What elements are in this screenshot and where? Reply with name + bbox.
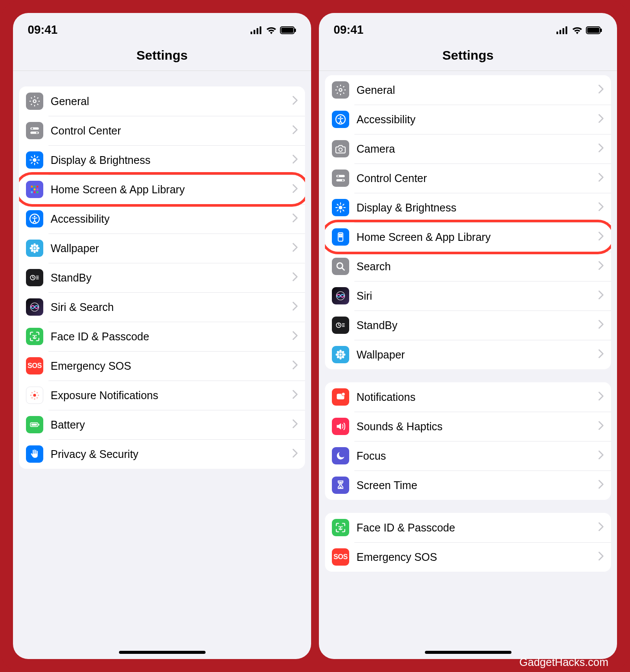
- settings-row[interactable]: General: [325, 75, 611, 105]
- sos-icon: SOS: [332, 548, 349, 566]
- screenshot-container: 09:41 Settings: [0, 0, 630, 672]
- settings-row[interactable]: Camera: [325, 134, 611, 163]
- svg-point-24: [33, 247, 35, 249]
- settings-row[interactable]: Accessibility: [325, 105, 611, 134]
- home-indicator[interactable]: [425, 651, 511, 654]
- svg-point-67: [339, 206, 343, 210]
- status-bar: 09:41: [13, 13, 311, 41]
- row-label: StandBy: [357, 319, 598, 332]
- settings-row[interactable]: Notifications: [325, 382, 611, 412]
- status-bar: 09:41: [319, 13, 617, 41]
- settings-row[interactable]: SOS Emergency SOS: [19, 351, 305, 381]
- phones-wrapper: 09:41 Settings: [13, 13, 617, 659]
- svg-point-83: [342, 353, 346, 355]
- svg-rect-13: [31, 186, 32, 187]
- clock-icon: [332, 317, 349, 334]
- chevron-right-icon: [292, 331, 298, 342]
- chevron-right-icon: [598, 231, 604, 243]
- chevron-right-icon: [598, 349, 604, 360]
- svg-point-43: [30, 394, 32, 396]
- svg-rect-20: [34, 191, 35, 193]
- svg-point-25: [33, 243, 35, 247]
- settings-row[interactable]: Display & Brightness: [19, 145, 305, 175]
- settings-row[interactable]: Privacy & Security: [19, 439, 305, 469]
- svg-rect-77: [342, 325, 345, 326]
- row-label: Wallpaper: [51, 242, 292, 255]
- settings-row[interactable]: Focus: [325, 441, 611, 470]
- row-label: General: [51, 95, 292, 108]
- row-label: General: [357, 84, 598, 96]
- signal-icon: [556, 26, 569, 34]
- settings-row[interactable]: Exposure Notifications: [19, 381, 305, 410]
- home-indicator[interactable]: [119, 651, 206, 654]
- settings-row[interactable]: Siri: [325, 281, 611, 310]
- chevron-right-icon: [292, 213, 298, 224]
- hand-icon: [26, 445, 43, 463]
- svg-rect-52: [556, 32, 558, 34]
- faceid-icon: [332, 519, 349, 536]
- svg-rect-53: [559, 30, 561, 34]
- chevron-right-icon: [598, 450, 604, 461]
- wifi-icon: [572, 26, 583, 34]
- svg-point-40: [33, 394, 36, 397]
- row-label: Camera: [357, 143, 598, 155]
- camera-icon: [332, 140, 349, 157]
- settings-content[interactable]: General Control Center Display & Brightn…: [13, 71, 311, 646]
- accessibility-icon: [26, 210, 43, 227]
- settings-row[interactable]: Control Center: [325, 163, 611, 193]
- svg-point-7: [33, 100, 36, 103]
- row-label: Control Center: [51, 125, 292, 137]
- settings-row[interactable]: Face ID & Passcode: [19, 322, 305, 351]
- chevron-right-icon: [292, 390, 298, 401]
- siri-icon: [26, 298, 43, 316]
- settings-row[interactable]: Screen Time: [325, 470, 611, 500]
- flower-icon: [332, 346, 349, 363]
- chevron-right-icon: [598, 84, 604, 96]
- row-label: Siri & Search: [51, 301, 292, 314]
- settings-row[interactable]: Wallpaper: [19, 234, 305, 263]
- settings-row[interactable]: Search: [325, 252, 611, 281]
- settings-content[interactable]: General Accessibility Camera Control Cen…: [319, 71, 617, 646]
- svg-rect-69: [339, 234, 340, 235]
- status-time: 09:41: [334, 23, 363, 37]
- chevron-right-icon: [292, 96, 298, 107]
- settings-row[interactable]: Accessibility: [19, 204, 305, 234]
- page-title: Settings: [136, 48, 187, 62]
- settings-row[interactable]: Home Screen & App Library: [19, 175, 305, 204]
- settings-row[interactable]: Battery: [19, 410, 305, 439]
- spacer: [325, 369, 611, 382]
- chevron-right-icon: [292, 301, 298, 313]
- settings-row[interactable]: StandBy: [19, 263, 305, 292]
- row-label: Screen Time: [357, 479, 598, 492]
- row-label: Siri: [357, 290, 598, 302]
- settings-group: Face ID & Passcode SOS Emergency SOS: [325, 513, 611, 572]
- clock-icon: [26, 269, 43, 286]
- row-label: Battery: [51, 419, 292, 431]
- settings-row[interactable]: Display & Brightness: [325, 193, 611, 222]
- chevron-right-icon: [598, 551, 604, 563]
- row-label: Display & Brightness: [51, 154, 292, 166]
- settings-row[interactable]: Home Screen & App Library: [325, 222, 611, 252]
- switches-icon: [332, 170, 349, 187]
- chevron-right-icon: [292, 125, 298, 136]
- svg-rect-16: [31, 189, 32, 190]
- speaker-icon: [332, 418, 349, 435]
- settings-group: Notifications Sounds & Haptics Focus Scr…: [325, 382, 611, 500]
- siri-icon: [332, 287, 349, 304]
- row-label: Privacy & Security: [51, 448, 292, 461]
- svg-point-44: [38, 394, 39, 396]
- settings-row[interactable]: Siri & Search: [19, 292, 305, 322]
- chevron-right-icon: [598, 173, 604, 184]
- settings-row[interactable]: Wallpaper: [325, 340, 611, 369]
- row-label: Display & Brightness: [357, 202, 598, 214]
- settings-row[interactable]: SOS Emergency SOS: [325, 542, 611, 572]
- row-label: Sounds & Haptics: [357, 420, 598, 433]
- settings-row[interactable]: Face ID & Passcode: [325, 513, 611, 542]
- settings-row[interactable]: Sounds & Haptics: [325, 412, 611, 441]
- bell-icon: [332, 388, 349, 406]
- brightness-icon: [332, 199, 349, 216]
- settings-row[interactable]: Control Center: [19, 116, 305, 145]
- svg-rect-57: [587, 28, 599, 33]
- settings-row[interactable]: General: [19, 86, 305, 116]
- settings-row[interactable]: StandBy: [325, 310, 611, 340]
